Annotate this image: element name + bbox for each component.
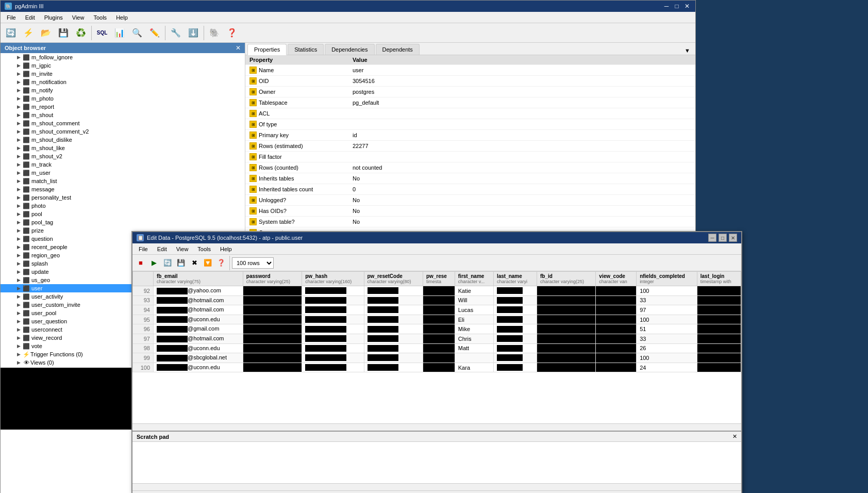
edit-close-btn[interactable]: ✕ (729, 234, 737, 242)
sql-btn[interactable]: SQL (94, 25, 110, 41)
edit-cancel-btn[interactable]: ✖ (188, 257, 201, 269)
pwhash-blacked (305, 354, 346, 361)
tree-item[interactable]: ▶ ⬛ m_track (1, 160, 245, 169)
tree-item[interactable]: ▶ ⬛ pool (1, 210, 245, 218)
tree-item[interactable]: ▶ ⬛ m_shout (1, 111, 245, 119)
property-label-cell: ⊞ ACL (245, 108, 348, 119)
tree-item[interactable]: ▶ ⬛ m_report (1, 103, 245, 111)
edit-save-btn[interactable]: 💾 (175, 257, 187, 269)
cell-pwhash (302, 343, 364, 353)
edit-data-btn[interactable]: ✏️ (146, 25, 163, 41)
close-button[interactable]: ✕ (683, 2, 691, 10)
elephant-btn[interactable]: 🐘 (206, 25, 223, 41)
tree-item[interactable]: ▶ ⬛ m_photo (1, 94, 245, 103)
edit-maximize-btn[interactable]: □ (719, 234, 727, 242)
cell-lastlogin (697, 334, 741, 343)
table-row[interactable]: 100 @uconn.edu Kara 24 (133, 363, 741, 372)
table-row[interactable]: 96 @gmail.com Mike 51 (133, 324, 741, 334)
tree-item[interactable]: ▶ ⬛ m_invite (1, 70, 245, 78)
property-label-cell: ⊞ System table? (245, 217, 348, 227)
tab-statistics[interactable]: Statistics (288, 44, 324, 55)
menu-tools[interactable]: Tools (89, 13, 111, 22)
rows-select[interactable]: 100 rows 500 rows 1000 rows All rows (232, 257, 274, 269)
tree-item[interactable]: ▶ ⬛ message (1, 185, 245, 193)
data-grid-container[interactable]: fb_emailcharacter varying(75) passwordch… (132, 271, 741, 423)
tab-dependencies[interactable]: Dependencies (325, 44, 374, 55)
edit-filter-btn[interactable]: 🔽 (202, 257, 214, 269)
tree-item[interactable]: ▶ ⬛ m_follow_ignore (1, 53, 245, 61)
horiz-scrollbar[interactable] (132, 423, 741, 431)
edit-menu-tools[interactable]: Tools (193, 245, 215, 253)
cell-nfields: 100 (637, 286, 697, 296)
edit-help-btn[interactable]: ❓ (215, 257, 227, 269)
item-expand-icon: ▶ (15, 103, 22, 110)
bottom-scroll[interactable] (132, 483, 741, 490)
panel-close-btn[interactable]: ✕ (236, 44, 241, 52)
help-btn[interactable]: ❓ (224, 25, 240, 41)
tree-item[interactable]: ▶ ⬛ match_list (1, 177, 245, 185)
property-value: pg_default (348, 97, 695, 108)
minimize-button[interactable]: ─ (662, 2, 671, 10)
query-btn[interactable]: 🔍 (129, 25, 145, 41)
table-row[interactable]: 97 @hotmail.com Chris 33 (133, 334, 741, 343)
property-label: Name (259, 67, 274, 73)
table-row[interactable]: 95 @uconn.edu Eli 100 (133, 315, 741, 324)
edit-menu-file[interactable]: File (135, 245, 152, 253)
tab-dependents[interactable]: Dependents (376, 44, 420, 55)
table-row[interactable]: 99 @sbcglobal.net 100 (133, 353, 741, 363)
edit-stop-btn[interactable]: ■ (135, 257, 147, 269)
tree-item[interactable]: ▶ ⬛ m_notification (1, 78, 245, 86)
tree-item[interactable]: ▶ ⬛ photo (1, 202, 245, 210)
property-label-cell: ⊞ Inherited tables count (245, 184, 348, 194)
scratch-pad-content[interactable] (132, 442, 741, 483)
table-row[interactable]: 98 @uconn.edu Matt 26 (133, 343, 741, 353)
edit-menu-view[interactable]: View (172, 245, 193, 253)
connect-btn[interactable]: ⚡ (20, 25, 37, 41)
tree-item[interactable]: ▶ ⬛ personality_test (1, 193, 245, 202)
menu-file[interactable]: File (3, 13, 20, 22)
edit-play-btn[interactable]: ▶ (148, 257, 160, 269)
tree-item[interactable]: ▶ ⬛ m_igpic (1, 61, 245, 70)
edit-menu-edit[interactable]: Edit (153, 245, 171, 253)
settings-btn[interactable]: 🔧 (168, 25, 184, 41)
menu-view[interactable]: View (68, 13, 89, 22)
edit-menu-help[interactable]: Help (216, 245, 236, 253)
prop-icon: ⊞ (249, 121, 257, 128)
table-row[interactable]: 92 @yahoo.com Katie 100 (133, 286, 741, 296)
tree-item[interactable]: ▶ ⬛ m_notify (1, 86, 245, 94)
item-table-icon: ⬛ (22, 128, 30, 135)
edit-minimize-btn[interactable]: ─ (708, 234, 716, 242)
email-blacked (157, 336, 188, 342)
property-row: ⊞ Fill factor (245, 152, 695, 162)
recycle-btn[interactable]: ♻️ (73, 25, 89, 41)
item-expand-icon: ▶ (15, 177, 22, 185)
maximize-button[interactable]: □ (673, 2, 681, 10)
menu-plugins[interactable]: Plugins (40, 13, 67, 22)
prop-icon: ⊞ (249, 153, 257, 160)
refresh-btn[interactable]: 🔄 (3, 25, 19, 41)
edit-refresh-btn[interactable]: 🔄 (161, 257, 174, 269)
scratch-pad-close[interactable]: ✕ (732, 433, 737, 440)
menu-help[interactable]: Help (112, 13, 132, 22)
table-row[interactable]: 94 @hotmail.com Lucas 97 (133, 305, 741, 315)
cell-resetcode (364, 353, 423, 363)
dropdown-btn[interactable]: ⬇️ (185, 25, 202, 41)
open-btn[interactable]: 📂 (38, 25, 54, 41)
tree-item[interactable]: ▶ ⬛ m_shout_like (1, 144, 245, 152)
tree-item[interactable]: ▶ ⬛ m_shout_comment_v2 (1, 127, 245, 136)
table-row[interactable]: 93 @hotmail.com Will 33 (133, 295, 741, 305)
tree-item[interactable]: ▶ ⬛ m_shout_comment (1, 119, 245, 127)
table-btn[interactable]: 📊 (111, 25, 128, 41)
tree-item[interactable]: ▶ ⬛ pool_tag (1, 218, 245, 226)
save-btn[interactable]: 💾 (55, 25, 72, 41)
tree-item[interactable]: ▶ ⬛ m_shout_dislike (1, 136, 245, 144)
property-row: ⊞ Inherited tables count 0 (245, 184, 695, 195)
tree-item[interactable]: ▶ ⬛ m_shout_v2 (1, 152, 245, 160)
property-label-cell: ⊞ Rows (estimated) (245, 141, 348, 151)
tree-item[interactable]: ▶ ⬛ m_user (1, 169, 245, 177)
tab-dropdown[interactable]: ▼ (681, 46, 693, 55)
menu-edit[interactable]: Edit (21, 13, 39, 22)
row-number: 98 (133, 343, 154, 353)
item-expand-icon: ▶ (15, 95, 22, 102)
tab-properties[interactable]: Properties (247, 44, 287, 55)
